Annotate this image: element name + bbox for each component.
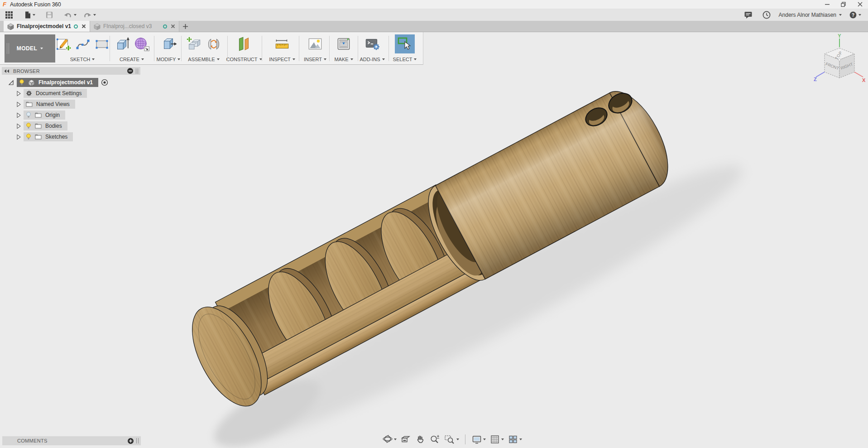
- pan-button[interactable]: [413, 433, 427, 446]
- tree-item[interactable]: Document Settings: [24, 89, 87, 98]
- tree-item[interactable]: Named Views: [24, 100, 75, 109]
- display-settings-caret-icon: [483, 438, 486, 440]
- expand-closed-icon[interactable]: [16, 123, 21, 129]
- workspace-selector[interactable]: MODEL: [5, 34, 55, 63]
- tree-row-document-settings[interactable]: Document Settings: [2, 89, 140, 98]
- browser-header[interactable]: BROWSER: [2, 67, 140, 75]
- tree-item[interactable]: Origin: [24, 111, 65, 120]
- tab-close-icon[interactable]: [82, 24, 86, 29]
- restore-button[interactable]: [835, 0, 852, 9]
- viewcube-home-corner[interactable]: [839, 59, 841, 61]
- bulb-on-icon[interactable]: [26, 134, 31, 140]
- tree-row-named-views[interactable]: Named Views: [2, 100, 140, 109]
- account-menu[interactable]: Anders Alnor Mathiasen: [779, 12, 842, 18]
- scripts-add-ins-button[interactable]: [364, 35, 381, 53]
- construction-plane-icon: [235, 35, 253, 53]
- notifications-button[interactable]: [743, 10, 754, 20]
- ribbon-group-label[interactable]: ADD-INS: [360, 57, 384, 63]
- rectangle-button[interactable]: [94, 36, 110, 52]
- tree-item[interactable]: Sketches: [24, 132, 73, 141]
- press-pull-button[interactable]: [160, 35, 177, 53]
- activate-component-radio[interactable]: [101, 79, 108, 86]
- extrude-button[interactable]: [113, 35, 130, 53]
- collapse-panel-icon[interactable]: [4, 69, 10, 73]
- quickbar-right-cluster: Anders Alnor Mathiasen ?: [743, 10, 863, 20]
- new-component-icon: [185, 35, 202, 53]
- tree-item-label: Origin: [45, 112, 60, 118]
- tab-close-icon[interactable]: [171, 24, 175, 29]
- browser-grip-handle[interactable]: [136, 68, 138, 74]
- bulb-off-icon[interactable]: [26, 112, 31, 118]
- insert-image-button[interactable]: [307, 35, 324, 53]
- create-sketch-button[interactable]: [55, 35, 72, 53]
- window-zoom-button[interactable]: [442, 433, 461, 446]
- bulb-on-icon[interactable]: [19, 79, 24, 86]
- bulb-on-icon[interactable]: [26, 123, 31, 129]
- tab-finalproj-closed[interactable]: FInalproj...closed v3: [90, 21, 179, 32]
- undo-button[interactable]: [62, 10, 78, 19]
- add-comment-button[interactable]: [128, 438, 134, 444]
- new-tab-button[interactable]: [179, 21, 191, 32]
- comments-panel[interactable]: COMMENTS: [2, 436, 141, 445]
- title-bar: F Autodesk Fusion 360: [0, 0, 868, 9]
- form-button[interactable]: [133, 35, 150, 53]
- tree-row-sketches[interactable]: Sketches: [2, 132, 140, 141]
- redo-button[interactable]: [82, 10, 97, 19]
- tab-finalprojectmodel[interactable]: FInalprojectmodel v1: [4, 21, 90, 32]
- expand-closed-icon[interactable]: [16, 91, 21, 96]
- dropdown-caret-icon: [92, 58, 95, 60]
- expand-open-icon[interactable]: [8, 80, 14, 86]
- construction-plane-button[interactable]: [235, 35, 253, 53]
- ribbon-separator: [110, 36, 110, 61]
- viewport-canvas[interactable]: BROWSER: [0, 32, 868, 448]
- job-status-button[interactable]: [761, 10, 772, 20]
- spline-button[interactable]: [75, 36, 91, 52]
- ribbon-group-label[interactable]: MAKE: [334, 57, 353, 63]
- tree-row-bodies[interactable]: Bodies: [2, 121, 140, 130]
- grid-display-button[interactable]: [488, 433, 506, 446]
- ribbon-group-label[interactable]: INSPECT: [269, 57, 295, 63]
- document-cube-icon: [94, 23, 101, 30]
- tree-root-item[interactable]: FInalprojectmodel v1: [17, 78, 98, 87]
- pan-hand-icon: [415, 434, 426, 445]
- ribbon-group-label[interactable]: CREATE: [120, 57, 144, 63]
- 3d-print-button[interactable]: [335, 35, 352, 53]
- ribbon-group-label[interactable]: MODIFY: [157, 57, 181, 63]
- look-at-button[interactable]: [398, 433, 413, 446]
- viewports-button[interactable]: [506, 433, 524, 446]
- view-cube[interactable]: Y Z X TOP FRONT RIGHT: [813, 34, 867, 96]
- minimize-button[interactable]: [819, 0, 835, 9]
- rectangle-icon: [94, 36, 110, 52]
- component-cube-icon: [28, 79, 35, 86]
- window-zoom-icon: [444, 434, 456, 445]
- save-button[interactable]: [44, 10, 55, 20]
- orbit-button[interactable]: [380, 433, 398, 446]
- ribbon-grip-handle[interactable]: [7, 43, 9, 54]
- help-button[interactable]: ?: [848, 10, 863, 20]
- comments-grip-handle[interactable]: [136, 438, 139, 443]
- viewports-icon: [508, 434, 518, 445]
- joint-button[interactable]: [205, 35, 222, 53]
- expand-closed-icon[interactable]: [16, 101, 21, 107]
- ribbon-separator: [181, 36, 182, 61]
- zoom-button[interactable]: [427, 433, 442, 446]
- close-button[interactable]: [852, 0, 868, 9]
- ribbon-group-label[interactable]: CONSTRUCT: [226, 57, 262, 63]
- display-settings-button[interactable]: [470, 433, 488, 446]
- file-menu-button[interactable]: [23, 10, 37, 20]
- ribbon-group-label[interactable]: ASSEMBLE: [188, 57, 219, 63]
- ribbon-group-label[interactable]: SELECT: [393, 57, 417, 63]
- select-tool-button-active[interactable]: [395, 34, 415, 53]
- tree-row-root[interactable]: FInalprojectmodel v1: [2, 78, 140, 87]
- dropdown-caret-icon: [382, 58, 385, 60]
- browser-minimize-button[interactable]: [127, 68, 133, 74]
- app-launcher-button[interactable]: [4, 10, 14, 20]
- ribbon-group-label[interactable]: INSERT: [304, 57, 326, 63]
- tree-item[interactable]: Bodies: [24, 121, 67, 130]
- ribbon-group-label[interactable]: SKETCH: [70, 57, 95, 63]
- expand-closed-icon[interactable]: [16, 134, 21, 140]
- expand-closed-icon[interactable]: [16, 112, 21, 118]
- tree-row-origin[interactable]: Origin: [2, 111, 140, 120]
- measure-button[interactable]: [273, 35, 291, 53]
- new-component-button[interactable]: [185, 35, 202, 53]
